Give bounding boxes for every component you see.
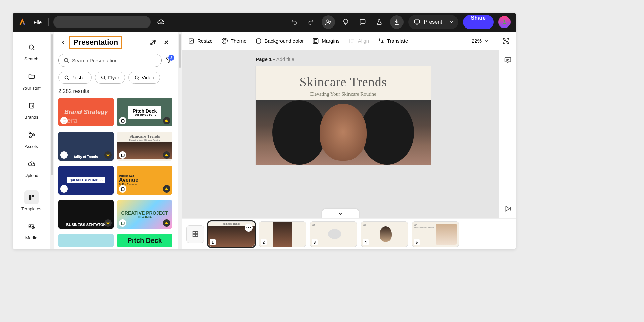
bgcolor-icon xyxy=(255,38,262,44)
template-card[interactable]: October 2022 Avenue Coffee Roasters ▢ xyxy=(117,166,172,195)
template-card[interactable] xyxy=(58,234,114,247)
beaker-icon[interactable] xyxy=(373,16,385,28)
template-card[interactable]: Pitch Deck FOR INVESTORS ▢ xyxy=(117,98,172,126)
global-search-input[interactable] xyxy=(53,16,151,28)
rail-text[interactable] xyxy=(16,245,47,249)
margins-icon xyxy=(312,38,319,44)
present-button[interactable]: Present xyxy=(408,15,458,29)
thumb-number: 4 xyxy=(363,239,369,245)
rail-assets[interactable]: Assets xyxy=(16,124,47,152)
svg-rect-23 xyxy=(313,38,318,43)
rail-brands[interactable]: B Brands xyxy=(16,95,47,123)
thumbnail-slide[interactable]: 2 xyxy=(259,221,306,247)
left-scrollbar[interactable] xyxy=(50,32,54,249)
panel-scrollbar[interactable] xyxy=(178,32,182,249)
expand-icon[interactable] xyxy=(147,36,159,48)
svg-point-16 xyxy=(102,76,105,79)
thumb-number: 3 xyxy=(312,239,318,245)
tool-bgcolor[interactable]: Background color xyxy=(255,38,304,44)
svg-point-20 xyxy=(224,39,224,40)
zoom-control[interactable]: 22% xyxy=(472,38,489,44)
rail-label: Search xyxy=(24,56,38,61)
tool-label: Background color xyxy=(265,38,304,44)
card-sub: TITLE HERE xyxy=(138,216,152,218)
template-card[interactable]: BUSINESS SENTATON xyxy=(58,200,114,229)
play-animation-icon[interactable] xyxy=(504,205,512,212)
lightbulb-icon[interactable] xyxy=(340,16,352,28)
tool-theme[interactable]: Theme xyxy=(221,38,247,44)
tool-align: Align xyxy=(348,38,369,44)
redo-icon[interactable] xyxy=(305,16,317,28)
premium-icon xyxy=(163,219,170,227)
tool-label: Translate xyxy=(387,38,408,44)
translate-icon xyxy=(378,38,384,44)
svg-point-15 xyxy=(65,76,68,79)
pill-flyer[interactable]: Flyer xyxy=(95,72,125,84)
share-button[interactable]: Share xyxy=(463,15,494,29)
expand-thumbnails-tab[interactable] xyxy=(322,209,359,218)
card-title: Brand Strategy xyxy=(64,109,108,116)
rail-your-stuff[interactable]: Your stuff xyxy=(16,66,47,94)
canvas[interactable]: Page 1 - Add title Skincare Trends Eleva… xyxy=(182,50,499,218)
svg-point-7 xyxy=(32,134,34,136)
thumb-number: 5 xyxy=(414,239,420,245)
rail-search[interactable]: Search xyxy=(16,37,47,65)
card-corner: October 2022 xyxy=(119,175,134,177)
tool-translate[interactable]: Translate xyxy=(378,38,408,44)
thumb-title: 03 xyxy=(414,224,434,227)
page-label[interactable]: Page 1 - Add title xyxy=(256,56,294,62)
filter-button[interactable]: 2 xyxy=(165,57,172,64)
present-label: Present xyxy=(424,19,442,25)
template-card[interactable]: tality et Trends ▢ xyxy=(58,132,114,161)
present-caret-icon[interactable] xyxy=(446,15,454,29)
pill-video[interactable]: Video xyxy=(128,72,160,84)
thumb-more-icon[interactable]: ⋯ xyxy=(245,224,253,232)
resize-icon xyxy=(188,38,195,44)
comment-icon[interactable] xyxy=(357,16,369,28)
left-rail: Search Your stuff B Brands Assets Upload xyxy=(13,32,50,249)
template-card[interactable]: CREATIVE PROJECT TITLE HERE ▢ xyxy=(117,200,172,229)
app-logo-icon[interactable] xyxy=(18,18,27,26)
premium-icon xyxy=(163,185,170,193)
undo-icon[interactable] xyxy=(288,16,300,28)
notes-icon[interactable] xyxy=(504,56,512,64)
fit-icon[interactable] xyxy=(502,37,510,45)
premium-icon xyxy=(163,117,170,124)
search-icon xyxy=(64,75,69,80)
slide[interactable]: Skincare Trends Elevating Your Skincare … xyxy=(256,66,431,165)
tool-margins[interactable]: Margins xyxy=(312,38,339,44)
panel-back-button[interactable] xyxy=(58,38,68,47)
template-card[interactable]: QUENCH BEVERAGES ▢ xyxy=(58,166,114,195)
download-icon[interactable] xyxy=(390,15,404,29)
page-title-hint: Add title xyxy=(276,56,294,62)
panel-title: Presentation xyxy=(73,38,118,46)
thumbnail-slide[interactable]: Skincare Trends 1 ⋯ xyxy=(208,221,255,247)
rail-media[interactable]: Media xyxy=(16,216,47,244)
thumbnail-slide[interactable]: 01 3 xyxy=(310,221,357,247)
rail-upload[interactable]: Upload xyxy=(16,154,47,181)
main-area: Resize Theme Background color Margins Al… xyxy=(182,32,516,249)
premium-icon xyxy=(104,151,112,159)
tool-label: Align xyxy=(358,38,369,44)
upload-icon xyxy=(28,160,35,168)
template-card[interactable]: Brand Strategy Sera ▢ xyxy=(58,98,114,126)
template-card[interactable]: Pitch Deck xyxy=(117,234,172,247)
cloud-sync-icon[interactable] xyxy=(155,16,167,28)
svg-point-0 xyxy=(327,20,329,22)
template-search-input[interactable]: Search Presentation xyxy=(58,54,162,67)
invite-user-icon[interactable] xyxy=(322,15,335,29)
close-icon[interactable] xyxy=(160,36,172,48)
filter-badge: 2 xyxy=(168,55,174,61)
thumbnail-slide[interactable]: 02 4 xyxy=(361,221,408,247)
user-avatar[interactable] xyxy=(498,16,511,28)
template-card[interactable]: Skincare Trends Elevating Your Skincare … xyxy=(117,132,172,161)
grid-view-button[interactable] xyxy=(186,225,204,243)
thumbnail-slide[interactable]: 03Personalised Skincare 5 xyxy=(412,221,459,247)
rail-templates[interactable]: Templates xyxy=(16,187,47,215)
card-title: tality et Trends xyxy=(74,155,98,159)
file-menu[interactable]: File xyxy=(32,19,44,25)
search-placeholder: Search Presentation xyxy=(72,58,118,63)
tool-label: Theme xyxy=(231,38,247,44)
pill-poster[interactable]: Poster xyxy=(58,72,92,84)
tool-resize[interactable]: Resize xyxy=(188,38,213,44)
